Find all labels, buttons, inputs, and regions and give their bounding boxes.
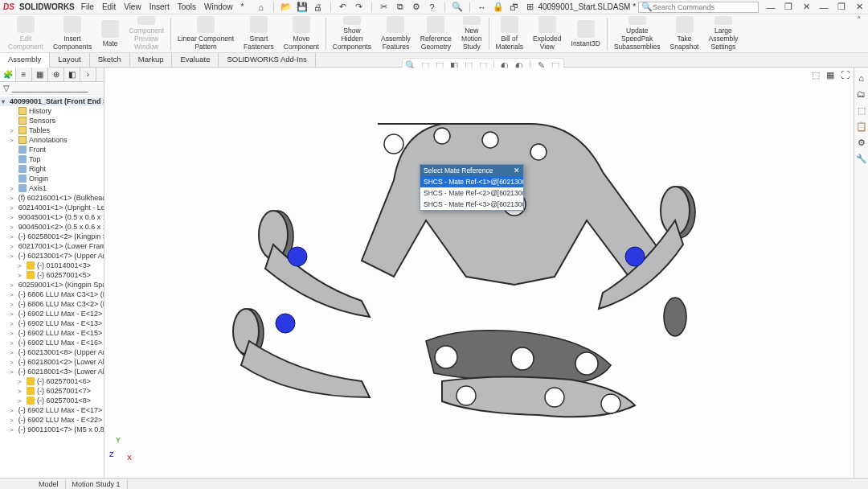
tree-item[interactable]: >(-) 6902 LLU Max - E<13> (Ø 1 [0, 318, 104, 328]
ribbon-btn-5[interactable]: SmartFasteners [239, 14, 279, 52]
ribbon-btn-8[interactable]: AssemblyFeatures [376, 14, 416, 52]
taskpane-icon-0[interactable]: ⌂ [856, 72, 867, 84]
tree-item[interactable]: >Axis1 [0, 183, 104, 193]
tree-item[interactable]: >(-) 60257001<5> [0, 270, 104, 280]
app-minimize-icon[interactable]: — [818, 2, 829, 13]
tree-item[interactable]: Front [0, 145, 104, 154]
tab-evaluate[interactable]: Evaluate [172, 53, 219, 67]
rebuild-icon[interactable]: ✂ [379, 2, 390, 13]
fm-filter-bar[interactable]: ▽ _________________ [0, 82, 104, 95]
app-restore-icon[interactable]: ❐ [836, 2, 847, 13]
tree-item[interactable]: >Tables [0, 125, 104, 135]
tab-model[interactable]: Model [32, 479, 66, 489]
ribbon-btn-4[interactable]: Linear ComponentPattern [173, 14, 239, 52]
tree-item[interactable]: >60217001<1> (Lower Frame [0, 241, 104, 251]
menu-insert[interactable]: Insert [149, 2, 170, 11]
ribbon-btn-12[interactable]: ExplodedView [528, 14, 566, 52]
popup-close-icon[interactable]: ✕ [514, 166, 520, 175]
tree-item[interactable]: >(-) 60257001<6> [0, 376, 104, 386]
tree-item[interactable]: >(-) 6806 LLU Max C3<2> (Bear [0, 299, 104, 309]
options-icon[interactable]: ⧉ [395, 2, 406, 13]
menu-more[interactable]: * [241, 2, 244, 11]
tree-item[interactable]: >60214001<1> (Upright - Lef [0, 203, 104, 212]
doc-minimize-icon[interactable]: — [765, 2, 776, 13]
tree-item[interactable]: >(-) 6902 LLU Max - E<22> (Ø 1 [0, 415, 104, 425]
print-icon[interactable]: 🖨 [313, 2, 324, 13]
open-icon[interactable]: 📂 [280, 2, 292, 13]
ribbon-btn-6[interactable]: MoveComponent [279, 14, 324, 52]
search-icon[interactable]: 🔍 [452, 2, 463, 13]
taskpane-icon-5[interactable]: 🔧 [856, 153, 867, 164]
tree-item[interactable]: >(-) 6902 LLU Max - E<15> (Ø 11 [0, 328, 104, 338]
popup-item[interactable]: SHCS - Mate Ref-<2>@[60213001<7>] [420, 187, 523, 199]
menu-window[interactable]: Window [204, 2, 233, 11]
tab-sketch[interactable]: Sketch [90, 53, 130, 67]
ribbon-btn-7[interactable]: ShowHiddenComponents [328, 14, 376, 52]
doc-restore-icon[interactable]: ❐ [783, 2, 794, 13]
lock-icon[interactable]: 🔒 [493, 2, 504, 13]
tree-item[interactable]: Top [0, 154, 104, 164]
window-icon[interactable]: 🗗 [509, 2, 520, 13]
home-icon[interactable]: ⌂ [256, 2, 267, 13]
doc-close-icon[interactable]: ✕ [800, 2, 812, 13]
taskpane-icon-1[interactable]: 🗂 [856, 88, 867, 100]
tree-item[interactable]: >(-) 6806 LLU Max C3<1> (Bear [0, 290, 104, 299]
tree-item[interactable]: >(-) 60218001<2> (Lower Alt An [0, 357, 104, 367]
graphics-viewport[interactable]: ⬚ ▦ ⛶ [104, 68, 854, 478]
vp-fullscreen-icon[interactable]: ⛶ [839, 69, 850, 80]
fm-tab-more[interactable]: › [80, 68, 96, 81]
undo-icon[interactable]: ↶ [338, 2, 349, 13]
tab-solidworks-add-ins[interactable]: SOLIDWORKS Add-Ins [219, 53, 315, 67]
tree-root[interactable]: ▾ 40099001_Start (Front End Sub Asse [0, 97, 104, 106]
help-icon[interactable]: ? [427, 2, 438, 13]
tree-item[interactable]: >(-) 6902 LLU Max - E<17> (Ø 1 [0, 405, 104, 415]
save-icon[interactable]: 💾 [297, 2, 308, 13]
collapse-ribbon-icon[interactable]: ˄ [854, 14, 865, 26]
grid-icon[interactable]: ⊞ [525, 2, 536, 13]
tree-item[interactable]: Right [0, 164, 104, 174]
vp-icon-1[interactable]: ⬚ [810, 69, 821, 80]
fm-tab-property[interactable]: ≡ [16, 68, 32, 81]
magnet-icon[interactable]: ↔ [477, 2, 488, 13]
tree-item[interactable]: >(-) 60213001<8> (Upper Articu [0, 347, 104, 357]
tree-item[interactable]: >90045001<2> (0.5 x 0.6 x 1 R [0, 222, 104, 232]
tree-item[interactable]: >(-) 60257001<8> [0, 396, 104, 405]
ribbon-btn-13[interactable]: Instant3D [567, 14, 605, 52]
fm-tab-display[interactable]: ◧ [64, 68, 80, 81]
tree-item[interactable]: Origin [0, 174, 104, 183]
tree-item[interactable]: Sensors [0, 116, 104, 125]
menu-file[interactable]: File [81, 2, 94, 11]
tree-item[interactable]: >(-) 01014001<3> [0, 261, 104, 270]
tree-item[interactable]: >(f) 60216001<1> (Bulkhead) [0, 193, 104, 203]
ribbon-btn-16[interactable]: LargeAssemblySettings [703, 14, 743, 52]
tree-item[interactable]: >(-) 60213001<7> (Upper Articu [0, 251, 104, 261]
app-close-icon[interactable]: ✕ [854, 2, 865, 13]
taskpane-icon-4[interactable]: ⚙ [856, 137, 867, 148]
ribbon-btn-14[interactable]: UpdateSpeedPakSubassemblies [609, 14, 665, 52]
tree-item[interactable]: >(-) 6902 LLU Max - E<16> (Ø 1 [0, 338, 104, 347]
search-commands[interactable]: 🔍 [638, 2, 759, 13]
fm-tab-config[interactable]: ▦ [32, 68, 48, 81]
settings-icon[interactable]: ⚙ [411, 2, 422, 13]
tree-item[interactable]: >(-) 60257001<7> [0, 386, 104, 396]
redo-icon[interactable]: ↷ [354, 2, 365, 13]
menu-view[interactable]: View [124, 2, 141, 11]
tab-assembly[interactable]: Assembly [0, 53, 50, 68]
tab-layout[interactable]: Layout [50, 53, 90, 67]
ribbon-btn-15[interactable]: TakeSnapshot [665, 14, 704, 52]
tree-item[interactable]: >(-) 60218001<3> (Lower Alt An [0, 367, 104, 376]
ribbon-btn-9[interactable]: ReferenceGeometry [416, 14, 457, 52]
taskpane-icon-2[interactable]: ⬚ [856, 105, 867, 116]
tree-item[interactable]: >(-) 90011001<7> (M5 x 0.8 x 1 [0, 425, 104, 434]
ribbon-btn-1[interactable]: InsertComponents [48, 14, 96, 52]
vp-icon-2[interactable]: ▦ [825, 69, 836, 80]
tree-item[interactable]: History [0, 106, 104, 116]
ribbon-btn-10[interactable]: NewMotionStudy [457, 14, 487, 52]
popup-item[interactable]: SHCS - Mate Ref-<1>@[60213001<7>] [420, 176, 523, 187]
search-input[interactable] [653, 3, 755, 11]
popup-item[interactable]: SHCS - Mate Ref-<3>@[60213001<7>] [420, 199, 523, 210]
menu-tools[interactable]: Tools [178, 2, 196, 11]
menu-edit[interactable]: Edit [102, 2, 116, 11]
tree-item[interactable]: >Annotations [0, 135, 104, 145]
fm-tab-tree[interactable]: 🧩 [0, 68, 16, 81]
